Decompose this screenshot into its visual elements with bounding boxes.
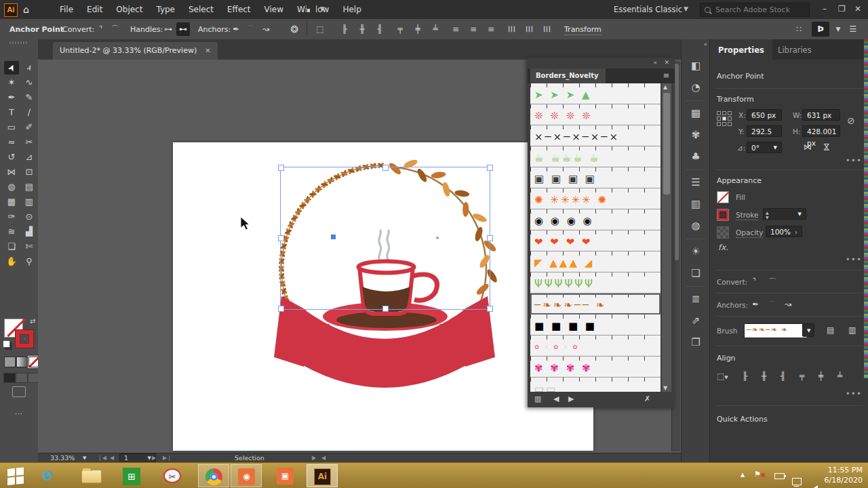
distribute-h-left-icon[interactable]: ☰ xyxy=(505,22,518,36)
anchor-curve-icon[interactable]: ⌒ xyxy=(244,22,258,36)
effects-fx-button[interactable]: fx. xyxy=(718,243,728,252)
handles-show-icon[interactable]: ⊷ xyxy=(176,22,190,36)
color-guide-panel-icon[interactable]: ◔ xyxy=(682,79,710,96)
align-top-icon[interactable]: ╤ xyxy=(800,371,804,381)
collapse-panel-icon[interactable]: « xyxy=(653,59,657,66)
brush-libraries-icon[interactable]: ▥ xyxy=(534,394,541,403)
menu-object[interactable]: Object xyxy=(109,0,149,19)
close-tab-icon[interactable]: ✕ xyxy=(205,47,210,54)
y-field[interactable]: 292.5 px xyxy=(747,125,782,137)
draw-normal-mode[interactable] xyxy=(3,373,16,383)
brush-preview[interactable]: ─❧❧─❧ ❧ xyxy=(744,323,808,338)
taskbar-snipping-tool[interactable]: ✂ xyxy=(157,464,189,487)
align-to-icon[interactable]: ⬚▼ xyxy=(717,371,728,381)
pen-tool[interactable]: ✒ xyxy=(4,91,19,104)
swatches-panel-icon[interactable]: ▦ xyxy=(682,104,710,122)
menu-type[interactable]: Type xyxy=(149,0,182,19)
network-icon[interactable] xyxy=(792,478,802,485)
last-artboard-icon[interactable]: ▶❘ xyxy=(163,455,172,461)
scroll-right-icon[interactable]: ◀ xyxy=(321,455,326,461)
convert-corner-icon[interactable]: ⌝ xyxy=(752,277,756,286)
reference-point-grid[interactable] xyxy=(717,111,732,126)
expand-panels-icon[interactable]: « xyxy=(703,41,707,47)
brush-libraries-icon[interactable]: ▥ xyxy=(848,325,856,335)
eyedropper-tool[interactable]: ✑ xyxy=(4,210,19,224)
search-input[interactable]: Search Adobe Stock xyxy=(700,3,810,17)
symbol-sprayer-tool[interactable]: ≋ xyxy=(4,225,19,239)
symbols-panel-icon[interactable]: ♣ xyxy=(682,148,710,165)
selection-bounding-box[interactable] xyxy=(280,167,490,310)
brush-row-barbed-wire[interactable]: ⨯─⨯─⨯─⨯─⨯ xyxy=(530,125,660,146)
align-left-icon[interactable]: ╟ xyxy=(338,22,351,36)
layers-panel-icon[interactable]: ≣ xyxy=(682,290,710,308)
opacity-field[interactable]: 100%› xyxy=(766,226,802,237)
free-transform-tool[interactable]: ⊡ xyxy=(22,165,37,179)
convert-smooth-icon[interactable]: ⌒ xyxy=(768,277,776,288)
rotate-field[interactable]: 0°▼ xyxy=(747,142,782,153)
minimize-button[interactable]: – xyxy=(823,4,827,14)
fill-swatch[interactable] xyxy=(717,191,729,203)
taskbar-screen-capture[interactable]: ▣ xyxy=(270,464,301,487)
brush-row-hearts[interactable]: ❤ ❤ ❤ ❤ xyxy=(530,230,660,251)
x-field[interactable]: 650 px xyxy=(747,109,782,121)
zoom-chevron-icon[interactable]: ▼ xyxy=(83,455,86,461)
column-graph-tool[interactable]: ▟ xyxy=(22,225,37,239)
brush-row-autumn-leaves[interactable]: ─❧❧❧── ❧ xyxy=(530,293,660,314)
brush-row-partial[interactable]: ▭▭ xyxy=(530,378,660,392)
show-hidden-icons[interactable]: ▲ xyxy=(741,472,745,478)
scroll-left-icon[interactable]: ▶ xyxy=(312,455,316,461)
stepper-icons[interactable]: ▲▼ xyxy=(766,210,769,220)
paintbrush-tool[interactable]: ✐ xyxy=(22,121,37,134)
appearance-panel-icon[interactable]: ☀ xyxy=(682,243,710,260)
tab-properties[interactable]: Properties xyxy=(710,39,772,66)
anchor-point[interactable] xyxy=(436,237,439,239)
perspective-grid-tool[interactable]: ▤ xyxy=(22,180,37,194)
next-artboard-icon[interactable]: ▶ xyxy=(152,455,156,461)
stroke-panel-icon[interactable]: ☰ xyxy=(682,174,710,191)
taskbar-illustrator[interactable]: Ai xyxy=(307,464,338,487)
close-panel-icon[interactable]: ✕ xyxy=(664,59,669,66)
gradient-tool[interactable]: ▥ xyxy=(22,195,37,209)
lasso-tool[interactable]: ∿ xyxy=(22,76,37,89)
selection-handle[interactable] xyxy=(278,165,284,171)
first-artboard-icon[interactable]: ❘◀ xyxy=(98,455,106,461)
panel-scrollbar[interactable]: ▲ ▼ xyxy=(662,83,671,392)
brush-dropdown[interactable]: ▼ xyxy=(802,323,814,337)
opacity-link[interactable]: Opacity xyxy=(736,228,763,238)
brush-row-red-atoms[interactable]: ❊ ❊ ❊ ❊ xyxy=(530,104,660,125)
brush-row-teacups[interactable]: ☕ ☕☕☕ ☕ xyxy=(530,146,660,167)
swap-fill-stroke-icon[interactable]: ⇄ xyxy=(30,317,35,325)
direct-selection-tool[interactable]: ➢ xyxy=(22,61,37,75)
gradient-button[interactable] xyxy=(16,357,28,367)
brush-row-green-arrows[interactable]: ➤ ➤ ➤ ▲ xyxy=(530,83,660,104)
scissors-tool[interactable]: ✂ xyxy=(22,136,37,149)
curvature-tool[interactable]: ✎ xyxy=(22,91,37,104)
zoom-tool[interactable]: ⚲ xyxy=(22,255,37,268)
hand-tool[interactable]: ✋ xyxy=(4,255,19,268)
speaker-icon[interactable] xyxy=(812,485,818,488)
panel-menu-icon[interactable]: ≡ xyxy=(663,71,669,80)
scroll-down-icon[interactable]: ▼ xyxy=(663,385,667,391)
menu-list-icon[interactable]: ☰ xyxy=(846,22,860,36)
menu-file[interactable]: File xyxy=(53,0,80,19)
next-brush-icon[interactable]: ▶ xyxy=(568,394,574,403)
w-field[interactable]: 631 px xyxy=(802,109,840,121)
align-right-icon[interactable]: ╢ xyxy=(781,371,785,381)
default-fill-stroke-icon[interactable] xyxy=(3,340,10,348)
anchor-reshape-icon[interactable]: ↝ xyxy=(785,300,791,309)
artboards-panel-icon[interactable]: ❐ xyxy=(682,333,710,351)
prev-artboard-icon[interactable]: ◀ xyxy=(110,455,114,461)
artboard-tool[interactable]: ❏ xyxy=(4,240,19,253)
graphic-styles-panel-icon[interactable]: ❏ xyxy=(682,264,710,282)
link-dimensions-icon[interactable]: ⊘ xyxy=(847,115,855,126)
add-anchor-icon[interactable]: ✒ xyxy=(229,22,243,36)
brush-row-party-garland[interactable]: ◤ ▲▲▲ ◢ xyxy=(530,251,660,272)
width-tool[interactable]: ⋈ xyxy=(4,165,19,179)
align-left-icon[interactable]: ╟ xyxy=(743,371,747,381)
home-icon[interactable]: ⌂ xyxy=(23,4,29,15)
panel-grip[interactable] xyxy=(9,41,28,44)
magic-wand-tool[interactable]: ✶ xyxy=(4,76,19,89)
align-middle-icon[interactable]: ╪ xyxy=(411,22,425,36)
chevron-down-icon[interactable]: ▼ xyxy=(148,454,151,462)
selection-handle[interactable] xyxy=(382,306,389,312)
